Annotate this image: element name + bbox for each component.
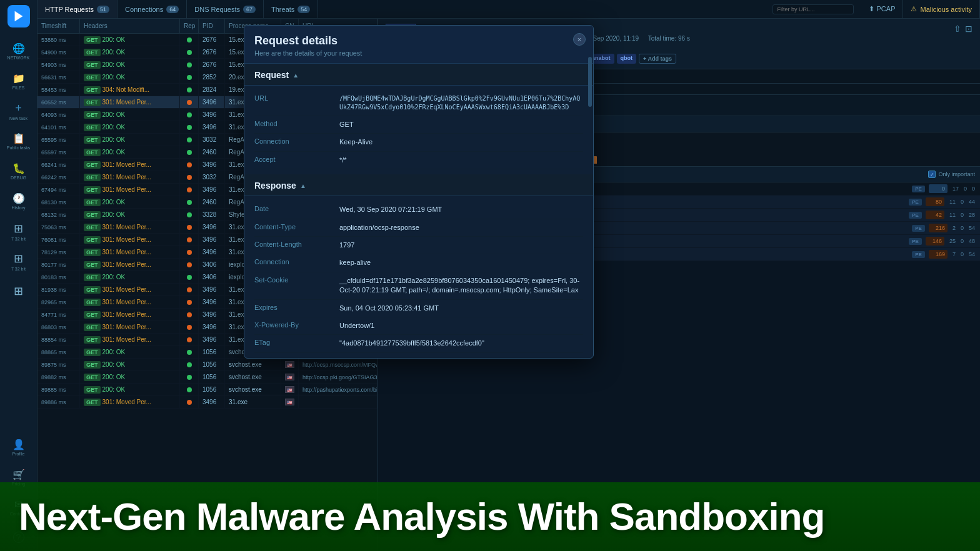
tab-http-requests[interactable]: HTTP Requests 51 (38, 0, 118, 18)
malicious-activity-label: Malicious activity (920, 6, 972, 13)
debug-icon: 🐛 (12, 162, 25, 174)
filter-url-area (765, 0, 861, 18)
td-ts: 84771 ms (38, 309, 80, 320)
stat-value: 80 (926, 197, 944, 206)
files-icon: 📁 (12, 72, 25, 84)
sidebar-item-network[interactable]: 🌐 NETWORK (5, 37, 32, 65)
banner-text: Next-Gen Malware Analysis With Sandboxin… (19, 497, 824, 536)
td-headers: GET304: Not Modifi... (80, 84, 180, 96)
process-stats: 169 7 0 54 (929, 250, 975, 259)
field-etag: ETag "4ad0871b491277539bfff5f5813e2642cc… (254, 335, 583, 352)
tag-qbot[interactable]: qbot (617, 54, 637, 64)
field-connection-label: Connection (254, 137, 329, 145)
process-stats: 42 11 0 28 (926, 211, 975, 219)
tab-http-label: HTTP Requests (45, 6, 94, 13)
tab-dns-count: 67 (243, 6, 256, 13)
response-section-header[interactable]: Response ▲ (244, 174, 593, 196)
process-stats: 0 17 0 0 (929, 184, 975, 193)
td-ts: 66241 ms (38, 159, 80, 171)
td-pid: 3496 (199, 246, 225, 258)
process-type: PE (909, 199, 922, 206)
pcap-button[interactable]: ⬆ PCAP (861, 0, 902, 18)
stat-value: 146 (926, 237, 944, 246)
field-content-type: Content-Type application/ocsp-response (254, 219, 583, 237)
request-details-modal: Request details Here are the details of … (244, 25, 594, 359)
malware-totaltime: Total time: 96 s (648, 35, 690, 42)
field-content-length-label: Content-Length (254, 241, 329, 248)
sidebar-item-debug[interactable]: 🐛 DEBUG (5, 157, 32, 185)
sidebar-item-win-other[interactable]: ⊞ (5, 277, 32, 305)
td-rep (180, 196, 199, 208)
sidebar-item-new-task[interactable]: + New task (5, 97, 32, 125)
filter-url-input[interactable] (772, 4, 854, 14)
sidebar-item-profile[interactable]: 👤 Profile (5, 434, 32, 461)
history-icon: 🕐 (12, 192, 25, 204)
field-accept-value: */* (339, 156, 583, 165)
field-set-cookie-value: __cfduid=df171e171bf3a2e8259bf8076034350… (339, 276, 583, 295)
td-rep (180, 309, 199, 320)
td-headers: GET301: Moved Per... (80, 259, 180, 271)
table-row[interactable]: 89882 ms GET200: OK 1056 svchost.exe 🇺🇸 … (38, 371, 378, 384)
top-tab-bar: HTTP Requests 51 Connections 64 DNS Requ… (38, 0, 980, 19)
app-logo[interactable] (8, 5, 30, 27)
td-pid: 3032 (199, 134, 225, 146)
td-headers: GET200: OK (80, 196, 180, 208)
td-headers: GET301: Moved Per... (80, 159, 180, 171)
table-row[interactable]: 89886 ms GET301: Moved Per... 3496 31.ex… (38, 396, 378, 409)
td-rep (180, 209, 199, 221)
td-rep (180, 396, 199, 408)
td-ts: 54900 ms (38, 46, 80, 58)
only-important-toggle[interactable]: Only important (928, 171, 975, 178)
th-timeshift: Timeshift (38, 19, 80, 33)
td-pname: svchost.exe (225, 384, 281, 395)
sidebar-item-win7-1[interactable]: ⊞ 7 32 bit (5, 217, 32, 245)
td-pid: 2460 (199, 146, 225, 158)
td-ts: 89886 ms (38, 396, 80, 408)
td-ts: 75063 ms (38, 221, 80, 233)
only-important-checkbox[interactable] (928, 171, 936, 178)
td-ts: 78129 ms (38, 246, 80, 258)
td-ts: 80177 ms (38, 259, 80, 271)
tab-threats[interactable]: Threats 54 (264, 0, 318, 18)
td-headers: GET301: Moved Per... (80, 296, 180, 308)
td-cn: 🇺🇸 (281, 396, 299, 408)
td-headers: GET200: OK (80, 384, 180, 395)
sidebar-item-files[interactable]: 📁 FILES (5, 67, 32, 95)
tab-malicious-activity[interactable]: ⚠ Malicious activity (902, 0, 980, 18)
tab-dns-requests[interactable]: DNS Requests 67 (187, 0, 264, 18)
table-row[interactable]: 89875 ms GET200: OK 1056 svchost.exe 🇺🇸 … (38, 359, 378, 371)
modal-scrollbar[interactable] (588, 57, 592, 107)
td-headers: GET200: OK (80, 371, 180, 383)
td-ts: 76081 ms (38, 234, 80, 246)
request-section-header[interactable]: Request ▲ (244, 64, 593, 86)
pricing-icon: 🛒 (12, 469, 25, 480)
process-type: PE (912, 186, 925, 192)
td-headers: GET301: Moved Per... (80, 334, 180, 345)
th-headers: Headers (80, 19, 180, 33)
share-icon[interactable]: ⇧ (954, 24, 961, 34)
td-pid: 2676 (199, 34, 225, 46)
field-accept-label: Accept (254, 156, 329, 163)
td-headers: GET301: Moved Per... (80, 96, 180, 108)
maximize-icon[interactable]: ⊡ (965, 24, 972, 34)
modal-close-button[interactable]: × (573, 33, 586, 46)
td-headers: GET301: Moved Per... (80, 321, 180, 333)
field-date-value: Wed, 30 Sep 2020 07:21:19 GMT (339, 205, 583, 214)
td-pid: 3406 (199, 259, 225, 271)
field-expires-label: Expires (254, 304, 329, 311)
sidebar-item-win7-2[interactable]: ⊞ 7 32 bit (5, 247, 32, 275)
sidebar-item-history[interactable]: 🕐 History (5, 187, 32, 215)
td-rep (180, 34, 199, 46)
table-row[interactable]: 89885 ms GET200: OK 1056 svchost.exe 🇺🇸 … (38, 384, 378, 396)
td-rep (180, 184, 199, 196)
tab-connections[interactable]: Connections 64 (118, 0, 187, 18)
modal-header: Request details Here are the details of … (244, 26, 593, 64)
tag-add-button[interactable]: + Add tags (639, 54, 676, 64)
sidebar-item-public-tasks[interactable]: 📋 Public tasks (5, 127, 32, 155)
field-x-powered-by: X-Powered-By Undertow/1 (254, 317, 583, 335)
pcap-label: ⬆ PCAP (869, 5, 895, 13)
td-pid: 3496 (199, 309, 225, 320)
td-rep (180, 321, 199, 333)
request-fields: URL /MFQwUjBQME4wTDAJBgUrDgMCGgUABBSlGkp… (244, 86, 593, 174)
field-set-cookie: Set-Cookie __cfduid=df171e171bf3a2e8259b… (254, 272, 583, 300)
